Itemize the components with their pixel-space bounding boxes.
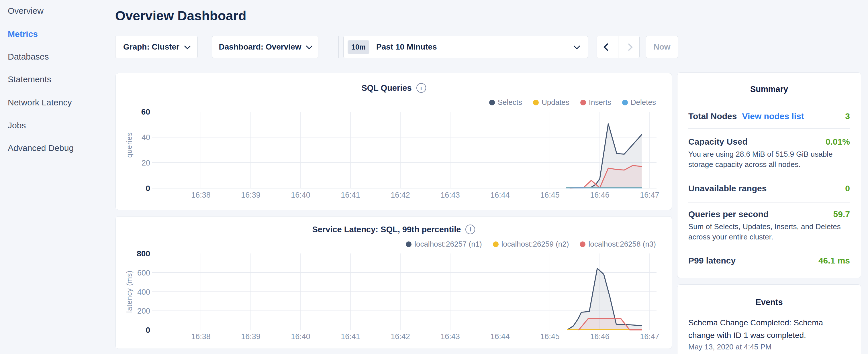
chevron-down-icon	[574, 43, 580, 50]
svg-text:200: 200	[137, 307, 150, 315]
legend-item: Inserts	[580, 98, 611, 107]
legend-item: Selects	[489, 98, 522, 107]
divider	[688, 250, 850, 250]
sidebar: Overview Metrics Databases Statements Ne…	[0, 0, 112, 354]
svg-text:0: 0	[146, 184, 150, 193]
sidebar-item-statements[interactable]: Statements	[8, 74, 51, 85]
time-range-badge: 10m	[348, 40, 369, 54]
time-step-buttons	[597, 36, 640, 58]
legend-dot-icon	[493, 242, 499, 247]
info-icon[interactable]: i	[465, 225, 475, 234]
svg-text:16:46: 16:46	[590, 332, 610, 341]
sidebar-item-overview[interactable]: Overview	[8, 5, 43, 16]
legend-label: Deletes	[631, 98, 656, 107]
event-message: Schema Change Completed: Schema change w…	[688, 317, 832, 342]
summary-row-value: 46.1 ms	[818, 256, 850, 265]
svg-text:16:38: 16:38	[191, 191, 211, 199]
summary-row-label: P99 latency	[688, 256, 736, 265]
legend-dot-icon	[580, 242, 585, 247]
summary-row-capacity: Capacity Used 0.01%	[688, 137, 850, 147]
svg-text:16:44: 16:44	[490, 191, 510, 199]
summary-row-description: Sum of Selects, Updates, Inserts, and De…	[688, 221, 850, 242]
sidebar-item-advanced-debug[interactable]: Advanced Debug	[8, 142, 74, 154]
events-title: Events	[677, 297, 861, 307]
svg-text:16:38: 16:38	[191, 332, 211, 341]
legend-label: Updates	[541, 98, 569, 107]
svg-text:16:43: 16:43	[440, 332, 460, 341]
svg-text:16:45: 16:45	[540, 332, 560, 341]
event-timestamp: May 13, 2020 at 4:45 PM	[688, 343, 772, 351]
events-panel: Events Schema Change Completed: Schema c…	[677, 284, 861, 354]
sidebar-item-jobs[interactable]: Jobs	[8, 120, 26, 131]
chart-legend: localhost:26257 (n1)localhost:26259 (n2)…	[406, 240, 656, 249]
summary-row-total-nodes: Total Nodes View nodes list 3	[688, 111, 850, 121]
legend-item: Updates	[533, 98, 569, 107]
time-range-selector[interactable]: 10m Past 10 Minutes	[343, 36, 588, 58]
svg-text:16:43: 16:43	[440, 191, 460, 199]
now-button[interactable]: Now	[646, 36, 678, 58]
dashboard-dropdown[interactable]: Dashboard: Overview	[212, 36, 318, 58]
legend-dot-icon	[533, 100, 539, 105]
sidebar-item-network-latency[interactable]: Network Latency	[8, 97, 72, 108]
graph-dropdown-label: Graph: Cluster	[123, 42, 179, 52]
svg-text:16:39: 16:39	[241, 191, 260, 199]
summary-title: Summary	[677, 85, 861, 94]
legend-dot-icon	[406, 242, 411, 247]
view-nodes-list-link[interactable]: View nodes list	[742, 111, 804, 121]
summary-row-description: You are using 28.6 MiB of 515.9 GiB usab…	[688, 149, 850, 169]
chevron-down-icon	[184, 43, 191, 50]
sql-queries-chart: 16:3816:3916:4016:4116:4216:4316:4416:45…	[116, 73, 672, 210]
svg-text:16:41: 16:41	[341, 332, 360, 341]
legend-item: localhost:26259 (n2)	[493, 240, 569, 249]
time-step-back-button[interactable]	[597, 36, 618, 58]
now-button-label: Now	[653, 42, 670, 52]
svg-text:60: 60	[141, 107, 150, 116]
summary-row-value: 3	[845, 111, 850, 121]
time-step-forward-button[interactable]	[618, 36, 640, 58]
svg-text:16:40: 16:40	[291, 332, 310, 341]
svg-text:16:45: 16:45	[540, 191, 560, 199]
chevron-down-icon	[306, 43, 313, 50]
divider	[688, 128, 850, 129]
legend-dot-icon	[580, 100, 586, 105]
sidebar-item-metrics[interactable]: Metrics	[8, 29, 38, 39]
legend-label: localhost:26257 (n1)	[414, 240, 482, 249]
svg-text:800: 800	[137, 249, 150, 258]
chart-legend: SelectsUpdatesInsertsDeletes	[489, 98, 656, 107]
svg-text:16:42: 16:42	[391, 191, 410, 199]
divider	[688, 178, 850, 178]
svg-text:40: 40	[142, 133, 150, 142]
legend-label: localhost:26259 (n2)	[501, 240, 569, 249]
svg-text:0: 0	[146, 326, 150, 334]
chevron-left-icon	[603, 43, 611, 51]
summary-row-value: 0	[845, 184, 850, 193]
svg-text:16:42: 16:42	[391, 332, 410, 341]
chevron-right-icon	[625, 43, 633, 51]
svg-text:16:47: 16:47	[640, 332, 659, 341]
sql-queries-chart-card: 16:3816:3916:4016:4116:4216:4316:4416:45…	[116, 73, 672, 210]
svg-text:16:44: 16:44	[490, 332, 510, 341]
svg-text:queries: queries	[125, 132, 133, 158]
service-latency-chart: 16:3816:3916:4016:4116:4216:4316:4416:45…	[116, 217, 672, 349]
app-root: Overview Metrics Databases Statements Ne…	[0, 0, 868, 354]
info-icon[interactable]: i	[416, 83, 426, 93]
legend-item: localhost:26258 (n3)	[580, 240, 656, 249]
svg-text:600: 600	[137, 269, 150, 277]
summary-row-qps: Queries per second 59.7	[688, 210, 850, 219]
summary-row-label: Unavailable ranges	[688, 184, 767, 193]
legend-dot-icon	[489, 100, 495, 105]
legend-label: Inserts	[589, 98, 611, 107]
summary-row-label: Capacity Used	[688, 137, 748, 147]
svg-text:16:40: 16:40	[291, 191, 310, 199]
summary-row-value: 59.7	[833, 210, 850, 219]
svg-text:latency (ms): latency (ms)	[125, 270, 133, 313]
graph-dropdown[interactable]: Graph: Cluster	[115, 36, 198, 58]
controls-divider	[338, 36, 339, 58]
legend-label: Selects	[498, 98, 522, 107]
legend-dot-icon	[622, 100, 628, 105]
legend-item: Deletes	[622, 98, 656, 107]
sidebar-item-databases[interactable]: Databases	[8, 51, 49, 62]
legend-item: localhost:26257 (n1)	[406, 240, 482, 249]
summary-row-label: Total Nodes	[688, 111, 737, 121]
summary-row-value: 0.01%	[826, 137, 850, 147]
